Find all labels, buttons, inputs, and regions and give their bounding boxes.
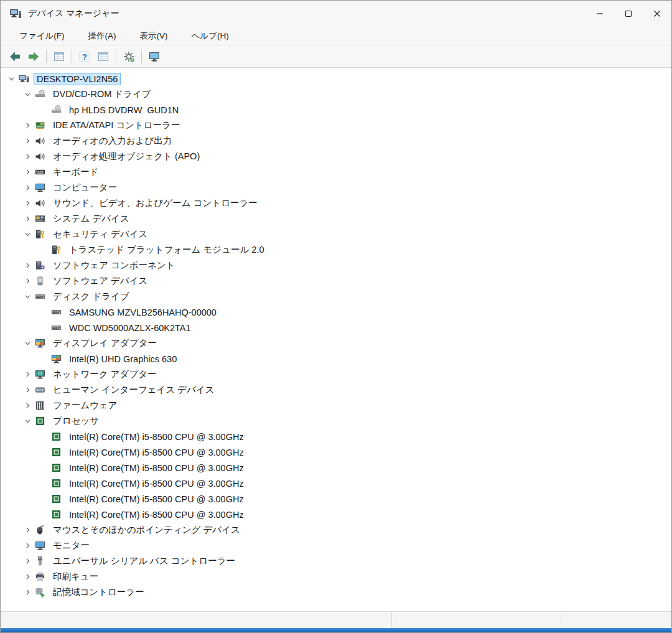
forward-button[interactable] [24,48,43,65]
menu-file[interactable]: ファイル(F) [12,28,72,44]
tree-item[interactable]: DESKTOP-VLI2N56 [1,71,671,87]
chevron-down-icon[interactable] [4,71,18,87]
network-adapter-icon [34,369,45,380]
tree-item-label: ユニバーサル シリアル バス コントローラー [50,554,238,568]
tree-item[interactable]: WDC WD5000AZLX-60K2TA1 [1,320,671,335]
remote-computer-button[interactable] [145,48,164,65]
chevron-right-icon[interactable] [21,180,34,195]
tree-item[interactable]: ディスプレイ アダプター [1,335,671,351]
chevron-right-icon[interactable] [21,584,34,600]
tree-item[interactable]: 記憶域コントローラー [1,584,671,600]
chevron-down-icon[interactable] [21,227,34,242]
tree-item[interactable]: ディスク ドライブ [1,289,671,304]
processor-icon [50,447,62,458]
tree-item[interactable]: ヒューマン インターフェイス デバイス [1,382,671,398]
chevron-spacer [37,320,50,335]
chevron-right-icon[interactable] [21,195,34,211]
tree-item[interactable]: キーボード [1,164,671,180]
chevron-right-icon[interactable] [21,367,34,382]
tree-item[interactable]: プロセッサ [1,413,671,429]
tree-item[interactable]: Intel(R) Core(TM) i5-8500 CPU @ 3.00GHz [1,476,671,491]
chevron-right-icon[interactable] [21,398,34,413]
chevron-right-icon[interactable] [21,258,34,273]
tree-item[interactable]: ソフトウェア コンポーネント [1,258,671,273]
menu-bar: ファイル(F) 操作(A) 表示(V) ヘルプ(H) [1,27,671,45]
tree-item[interactable]: ファームウェア [1,398,671,413]
chevron-right-icon[interactable] [21,164,34,180]
show-console-tree-button[interactable] [50,48,68,65]
help-button[interactable]: ? [75,48,94,65]
hid-device-icon [34,385,45,396]
tree-item[interactable]: SAMSUNG MZVLB256HAHQ-00000 [1,304,671,320]
bottom-accent-bar [1,628,671,632]
toolbar-separator [141,50,142,63]
tree-item[interactable]: Intel(R) UHD Graphics 630 [1,351,671,367]
export-list-icon [97,50,110,63]
chevron-right-icon[interactable] [21,273,34,289]
tree-item[interactable]: Intel(R) Core(TM) i5-8500 CPU @ 3.00GHz [1,460,671,476]
tree-item[interactable]: トラステッド プラットフォーム モジュール 2.0 [1,242,671,258]
tree-item[interactable]: オーディオの入力および出力 [1,133,671,149]
tree-item[interactable]: コンピューター [1,180,671,195]
chevron-down-icon[interactable] [21,413,34,429]
tree-item[interactable]: DVD/CD-ROM ドライブ [1,87,671,102]
chevron-down-icon[interactable] [21,289,34,304]
chevron-down-icon[interactable] [21,87,34,102]
minimize-button[interactable] [586,1,614,27]
menu-help[interactable]: ヘルプ(H) [184,28,236,44]
tree-item[interactable]: サウンド、ビデオ、およびゲーム コントローラー [1,195,671,211]
tree-item[interactable]: hp HLDS DVDRW GUD1N [1,102,671,118]
scan-hardware-button[interactable] [119,48,138,65]
chevron-right-icon[interactable] [21,382,34,398]
back-button[interactable] [6,48,24,65]
toolbar-separator [72,50,72,63]
tree-item[interactable]: Intel(R) Core(TM) i5-8500 CPU @ 3.00GHz [1,429,671,444]
maximize-button[interactable] [614,1,643,27]
chevron-down-icon[interactable] [21,335,34,351]
tree-item-label: Intel(R) Core(TM) i5-8500 CPU @ 3.00GHz [66,509,247,521]
toolbar-separator [116,50,116,63]
tree-item[interactable]: セキュリティ デバイス [1,227,671,242]
speaker-icon [34,151,45,162]
tree-item[interactable]: Intel(R) Core(TM) i5-8500 CPU @ 3.00GHz [1,491,671,507]
export-list-button[interactable] [94,48,113,65]
chevron-right-icon[interactable] [21,522,34,538]
tree-item[interactable]: IDE ATA/ATAPI コントローラー [1,118,671,133]
status-cell-middle [391,612,561,628]
device-tree: DESKTOP-VLI2N56DVD/CD-ROM ドライブhp HLDS DV… [1,68,671,611]
tree-item-label: ソフトウェア デバイス [50,274,151,288]
monitor-icon [34,540,45,551]
ide-controller-icon [34,120,45,131]
chevron-spacer [37,242,50,258]
chevron-right-icon[interactable] [21,133,34,149]
tree-item-label: IDE ATA/ATAPI コントローラー [50,118,183,133]
menu-action[interactable]: 操作(A) [81,28,124,44]
display-adapter-icon [50,354,62,365]
close-button[interactable] [643,1,671,27]
tree-item[interactable]: オーディオ処理オブジェクト (APO) [1,149,671,164]
tree-item[interactable]: 印刷キュー [1,569,671,584]
chevron-right-icon[interactable] [21,118,34,133]
chevron-spacer [37,507,50,522]
chevron-right-icon[interactable] [21,211,34,227]
tree-item[interactable]: Intel(R) Core(TM) i5-8500 CPU @ 3.00GHz [1,444,671,460]
tree-item[interactable]: システム デバイス [1,211,671,227]
computer-icon [18,73,29,85]
tree-item[interactable]: ユニバーサル シリアル バス コントローラー [1,553,671,569]
tree-item-label: トラステッド プラットフォーム モジュール 2.0 [66,243,268,257]
security-device-icon [34,229,45,240]
dvd-drive-icon [50,105,62,116]
security-device-icon [50,245,62,256]
chevron-right-icon[interactable] [21,569,34,584]
menu-view[interactable]: 表示(V) [133,28,175,44]
chevron-right-icon[interactable] [21,553,34,569]
tree-item[interactable]: Intel(R) Core(TM) i5-8500 CPU @ 3.00GHz [1,507,671,522]
tree-item[interactable]: マウスとそのほかのポインティング デバイス [1,522,671,538]
software-component-icon [34,260,45,271]
chevron-right-icon[interactable] [21,149,34,164]
tree-item[interactable]: ソフトウェア デバイス [1,273,671,289]
tree-item[interactable]: モニター [1,538,671,553]
tree-item[interactable]: ネットワーク アダプター [1,367,671,382]
show-console-tree-icon [53,50,65,63]
chevron-right-icon[interactable] [21,538,34,553]
